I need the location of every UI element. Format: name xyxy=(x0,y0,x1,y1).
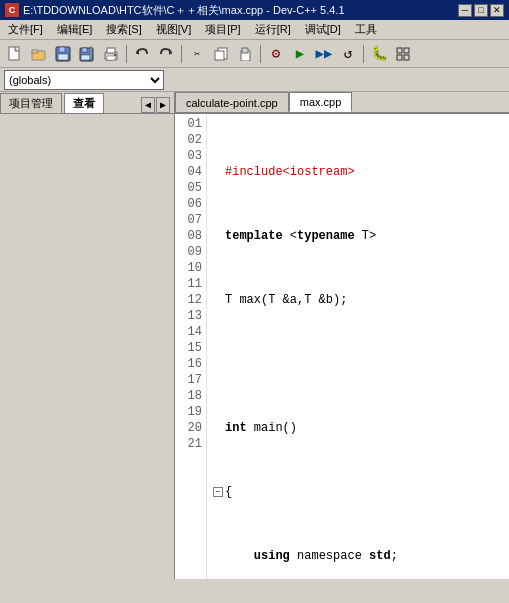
compile-button[interactable]: ⚙ xyxy=(265,43,287,65)
menu-edit[interactable]: 编辑[E] xyxy=(53,21,96,38)
menu-file[interactable]: 文件[F] xyxy=(4,21,47,38)
svg-rect-4 xyxy=(59,47,65,52)
sidebar-tabs: 项目管理 查看 ◀ ▶ xyxy=(0,92,174,114)
menu-view[interactable]: 视图[V] xyxy=(152,21,195,38)
toolbar-separator-3 xyxy=(260,45,261,63)
app-icon: C xyxy=(5,3,19,17)
tab-calculate-point[interactable]: calculate-point.cpp xyxy=(175,92,289,112)
sidebar-tab-view[interactable]: 查看 xyxy=(64,93,104,113)
save-button[interactable] xyxy=(52,43,74,65)
code-line-02: template <typename T> xyxy=(213,228,503,244)
new-button[interactable] xyxy=(4,43,26,65)
code-line-07: using namespace std; xyxy=(213,548,503,564)
toolbar-separator-2 xyxy=(181,45,182,63)
code-line-05: int main() xyxy=(213,420,503,436)
svg-rect-20 xyxy=(397,48,402,53)
code-line-01: #include<iostream> xyxy=(213,164,503,180)
menu-run[interactable]: 运行[R] xyxy=(251,21,295,38)
svg-rect-21 xyxy=(404,48,409,53)
copy-button[interactable] xyxy=(210,43,232,65)
svg-rect-2 xyxy=(32,50,38,53)
globals-bar: (globals) xyxy=(0,68,509,92)
svg-rect-19 xyxy=(242,48,248,53)
sidebar-arrows: ◀ ▶ xyxy=(141,97,174,113)
svg-rect-7 xyxy=(82,48,87,52)
svg-rect-17 xyxy=(215,51,224,60)
svg-rect-0 xyxy=(9,47,19,60)
code-line-04 xyxy=(213,356,503,372)
sidebar: 项目管理 查看 ◀ ▶ xyxy=(0,92,175,579)
svg-rect-9 xyxy=(90,47,92,60)
window-controls: ─ □ ✕ xyxy=(458,4,504,17)
run-button[interactable]: ▶ xyxy=(289,43,311,65)
sidebar-left-arrow[interactable]: ◀ xyxy=(141,97,155,113)
svg-rect-11 xyxy=(107,48,115,53)
svg-rect-22 xyxy=(397,55,402,60)
svg-rect-8 xyxy=(81,55,90,60)
editor-tabs: calculate-point.cpp max.cpp xyxy=(175,92,509,114)
open-button[interactable] xyxy=(28,43,50,65)
toolbar-separator-4 xyxy=(363,45,364,63)
menu-debug[interactable]: 调试[D] xyxy=(301,21,345,38)
debug-button[interactable]: 🐛 xyxy=(368,43,390,65)
menu-bar: 文件[F] 编辑[E] 搜索[S] 视图[V] 项目[P] 运行[R] 调试[D… xyxy=(0,20,509,40)
fold-icon-06[interactable]: − xyxy=(213,487,223,497)
sidebar-tab-project[interactable]: 项目管理 xyxy=(0,93,62,113)
menu-project[interactable]: 项目[P] xyxy=(201,21,244,38)
undo-button[interactable] xyxy=(131,43,153,65)
svg-rect-12 xyxy=(107,56,115,60)
paste-button[interactable] xyxy=(234,43,256,65)
close-button[interactable]: ✕ xyxy=(490,4,504,17)
title-bar: C E:\TDDOWNLOAD\HTC软件\C＋＋相关\max.cpp - De… xyxy=(0,0,509,20)
redo-button[interactable] xyxy=(155,43,177,65)
menu-search[interactable]: 搜索[S] xyxy=(102,21,145,38)
compile-run-button[interactable]: ▶▶ xyxy=(313,43,335,65)
minimize-button[interactable]: ─ xyxy=(458,4,472,17)
tab-max-cpp[interactable]: max.cpp xyxy=(289,92,353,112)
code-line-03: T max(T &a,T &b); xyxy=(213,292,503,308)
toolbar-separator-1 xyxy=(126,45,127,63)
rebuild-button[interactable]: ↺ xyxy=(337,43,359,65)
menu-tools[interactable]: 工具 xyxy=(351,21,381,38)
toolbar: ✂ ⚙ ▶ ▶▶ ↺ 🐛 xyxy=(0,40,509,68)
cut-button[interactable]: ✂ xyxy=(186,43,208,65)
title-text: E:\TDDOWNLOAD\HTC软件\C＋＋相关\max.cpp - Dev-… xyxy=(23,3,454,18)
code-content[interactable]: #include<iostream> template <typename T>… xyxy=(207,114,509,579)
svg-rect-5 xyxy=(58,54,68,60)
line-numbers: 01 02 03 04 05 06 07 08 09 10 11 12 13 1… xyxy=(175,114,207,579)
svg-rect-23 xyxy=(404,55,409,60)
print-button[interactable] xyxy=(100,43,122,65)
svg-point-13 xyxy=(114,54,116,56)
main-area: 项目管理 查看 ◀ ▶ calculate-point.cpp max.cpp xyxy=(0,92,509,579)
sidebar-right-arrow[interactable]: ▶ xyxy=(156,97,170,113)
grid-button[interactable] xyxy=(392,43,414,65)
globals-dropdown[interactable]: (globals) xyxy=(4,70,164,90)
editor-area: calculate-point.cpp max.cpp 01 02 03 04 … xyxy=(175,92,509,579)
code-editor[interactable]: 01 02 03 04 05 06 07 08 09 10 11 12 13 1… xyxy=(175,114,509,579)
code-line-06: −{ xyxy=(213,484,503,500)
save-all-button[interactable] xyxy=(76,43,98,65)
maximize-button[interactable]: □ xyxy=(474,4,488,17)
sidebar-content xyxy=(0,114,174,122)
